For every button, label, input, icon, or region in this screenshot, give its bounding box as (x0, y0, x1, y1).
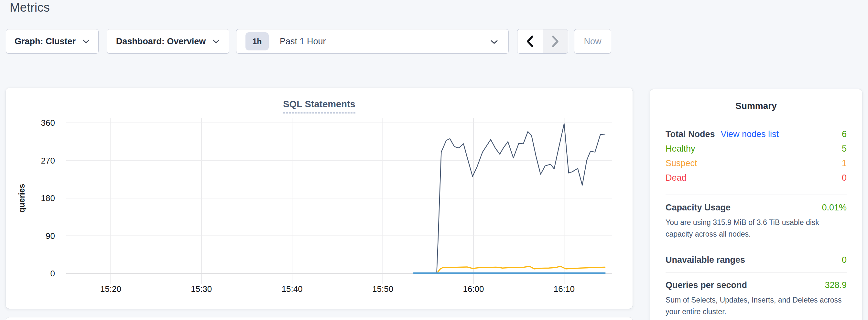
sql-statements-chart[interactable]: 15:2015:3015:4015:5016:0016:100901802703… (6, 88, 632, 309)
x-axis-tick-label: 15:50 (372, 284, 393, 294)
healthy-label: Healthy (665, 144, 695, 154)
x-axis-tick-label: 15:20 (100, 284, 121, 294)
x-axis-tick-label: 16:10 (554, 284, 575, 294)
capacity-usage-value: 0.01% (822, 203, 847, 213)
chart-title[interactable]: SQL Statements (283, 99, 355, 114)
unavailable-ranges-value: 0 (842, 255, 847, 265)
page-title: Metrics (10, 1, 50, 14)
x-axis-tick-label: 16:00 (463, 284, 484, 294)
time-range-selector[interactable]: 1h Past 1 Hour (236, 29, 509, 54)
time-nav-group (517, 29, 568, 54)
sql-statements-card: 15:2015:3015:4015:5016:0016:100901802703… (6, 88, 632, 309)
suspect-label: Suspect (665, 158, 697, 168)
summary-title: Summary (650, 89, 862, 111)
y-axis-title: queries (17, 184, 26, 213)
dashboard-dropdown[interactable]: Dashboard: Overview (107, 29, 229, 54)
healthy-value: 5 (842, 144, 847, 154)
chevron-left-icon (526, 35, 534, 48)
total-nodes-row: Total Nodes View nodes list 6 (665, 129, 847, 144)
graph-dropdown-label: Graph: Cluster (14, 36, 76, 46)
y-axis-tick-label: 0 (51, 268, 55, 278)
nodes-block: Total Nodes View nodes list 6 Healthy 5 … (650, 129, 862, 188)
metrics-page: Metrics Graph: Cluster Dashboard: Overvi… (0, 0, 868, 320)
total-nodes-value: 6 (842, 129, 847, 139)
chevron-down-icon (82, 39, 90, 44)
capacity-usage-label: Capacity Usage (665, 203, 731, 213)
x-axis-tick-label: 15:40 (282, 284, 303, 294)
graph-dropdown[interactable]: Graph: Cluster (6, 29, 99, 54)
view-nodes-list-link[interactable]: View nodes list (721, 129, 779, 139)
unavailable-ranges-section: Unavailable ranges 0 (650, 247, 862, 265)
queries-per-second-description: Sum of Selects, Updates, Inserts, and De… (665, 294, 844, 317)
suspect-value: 1 (842, 158, 847, 168)
chevron-down-icon (490, 40, 498, 44)
dashboard-dropdown-label: Dashboard: Overview (116, 36, 206, 46)
chevron-right-icon (551, 35, 560, 48)
time-range-label: Past 1 Hour (280, 36, 326, 46)
total-nodes-label: Total Nodes (665, 129, 715, 139)
chart-title-wrap: SQL Statements (6, 99, 632, 114)
capacity-usage-description: You are using 315.9 MiB of 3.6 TiB usabl… (665, 217, 844, 240)
time-forward-button[interactable] (542, 29, 568, 53)
suspect-nodes-row: Suspect 1 (665, 158, 847, 173)
queries-per-second-value: 328.9 (825, 280, 847, 290)
healthy-nodes-row: Healthy 5 (665, 144, 847, 158)
queries-per-second-label: Queries per second (665, 280, 747, 290)
unavailable-ranges-label: Unavailable ranges (665, 255, 745, 265)
capacity-usage-section: Capacity Usage 0.01% You are using 315.9… (650, 195, 862, 240)
next-card-partial (6, 317, 632, 320)
dead-nodes-row: Dead 0 (665, 173, 847, 188)
summary-panel: Summary Total Nodes View nodes list 6 He… (650, 89, 862, 320)
y-axis-tick-label: 360 (41, 118, 55, 128)
time-range-badge: 1h (245, 32, 269, 51)
dead-label: Dead (665, 173, 687, 183)
x-axis-tick-label: 15:30 (191, 284, 212, 294)
y-axis-tick-label: 90 (45, 231, 55, 241)
chevron-down-icon (212, 39, 220, 44)
y-axis-tick-label: 180 (41, 193, 55, 203)
now-button[interactable]: Now (574, 29, 611, 54)
dead-value: 0 (842, 173, 847, 183)
queries-per-second-section: Queries per second 328.9 Sum of Selects,… (650, 273, 862, 317)
y-axis-tick-label: 270 (41, 156, 55, 165)
time-back-button[interactable] (518, 29, 542, 53)
